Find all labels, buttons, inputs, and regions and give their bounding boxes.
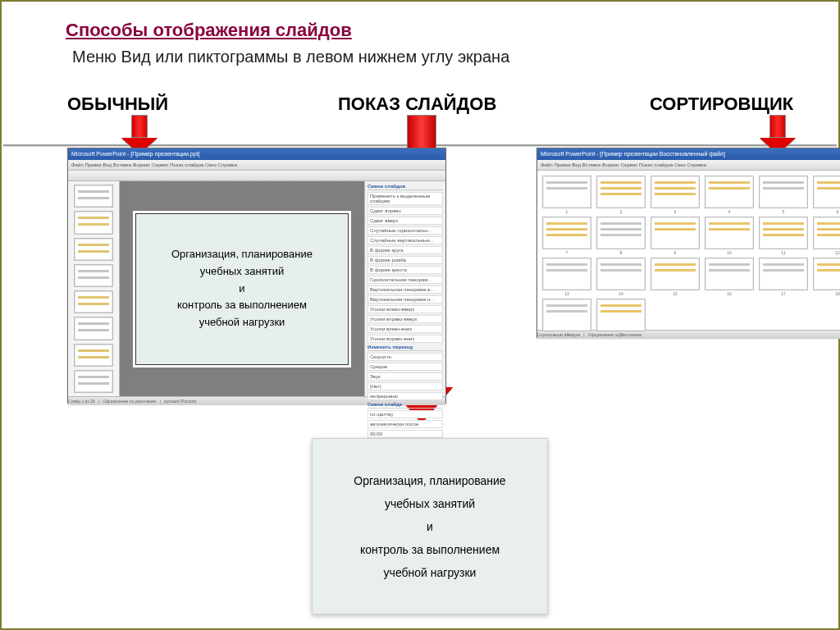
slide-thumbnail [74, 185, 113, 208]
sorter-slide [813, 258, 840, 290]
slide-thumbnail [74, 211, 113, 234]
sorter-slide [705, 258, 754, 290]
slide-thumbnail [74, 370, 113, 393]
window-menubar: Файл Правка Вид Вставка Формат Сервис По… [68, 160, 445, 171]
slide-thumbnail [74, 344, 113, 367]
column-label-sorter: СОРТИРОВЩИК [650, 94, 793, 115]
sorter-slide [542, 217, 591, 249]
current-slide: Организация, планирование учебных заняти… [135, 213, 349, 365]
screenshot-sorter-view: Microsoft PowerPoint - [Пример презентац… [536, 148, 840, 338]
sorter-grid [537, 171, 840, 330]
slide-thumbnails-pane [68, 181, 120, 396]
slide-thumbnail [74, 238, 113, 261]
sorter-slide [542, 299, 591, 331]
sorter-slide [651, 176, 700, 208]
slide-text: Организация, планирование учебных заняти… [354, 469, 505, 584]
sorter-slide [759, 176, 808, 208]
slide-editor-area: Организация, планирование учебных заняти… [120, 181, 364, 396]
page-title: Способы отображения слайдов [66, 20, 352, 41]
column-label-normal: ОБЫЧНЫЙ [67, 94, 168, 115]
sorter-slide [651, 217, 700, 249]
sorter-slide [542, 258, 591, 290]
sorter-slide [542, 176, 591, 208]
sorter-slide [596, 217, 646, 249]
sorter-slide [705, 217, 754, 249]
sorter-slide [813, 217, 840, 249]
column-label-slideshow: ПОКАЗ СЛАЙДОВ [338, 94, 496, 115]
page-subtitle: Меню Вид или пиктограммы в левом нижнем … [72, 48, 509, 66]
slide-thumbnail [74, 264, 113, 287]
slide-thumbnail [74, 317, 113, 340]
sorter-slide [759, 258, 808, 290]
slide-text: Организация, планирование учебных заняти… [171, 246, 313, 331]
sorter-slide [596, 258, 646, 290]
slide-thumbnail [74, 290, 113, 313]
window-toolbar [68, 171, 445, 181]
screenshot-normal-view: Microsoft PowerPoint - [Пример презентац… [67, 148, 446, 404]
slide-page: Способы отображения слайдов Меню Вид или… [0, 0, 840, 630]
window-titlebar: Microsoft PowerPoint - [Пример презентац… [537, 148, 840, 160]
window-menubar: Файл Правка Вид Вставка Формат Сервис По… [537, 160, 840, 171]
sorter-slide [596, 176, 646, 208]
sorter-slide [596, 299, 646, 331]
sorter-slide [705, 176, 754, 208]
sorter-slide [813, 176, 840, 208]
screenshot-slideshow-view: Организация, планирование учебных заняти… [312, 438, 548, 614]
task-pane: Смена слайдов Применить к выделенным сла… [364, 181, 445, 396]
sorter-slide [759, 217, 808, 249]
window-titlebar: Microsoft PowerPoint - [Пример презентац… [68, 148, 445, 160]
sorter-slide [651, 258, 700, 290]
